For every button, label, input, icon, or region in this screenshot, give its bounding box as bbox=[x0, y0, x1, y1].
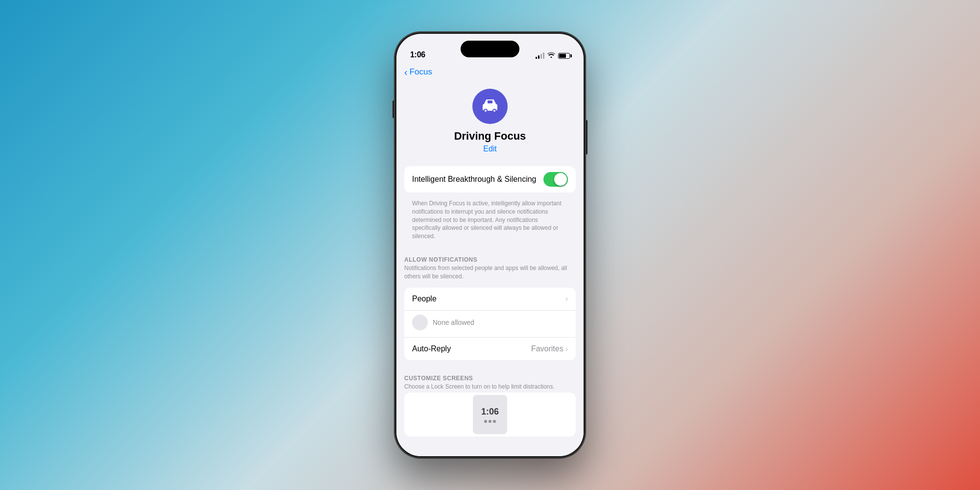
allow-notifications-subtitle: Notifications from selected people and a… bbox=[404, 264, 576, 281]
allow-notifications-header: ALLOW NOTIFICATIONS Notifications from s… bbox=[396, 246, 584, 283]
auto-reply-value-text: Favorites bbox=[531, 344, 564, 353]
back-button[interactable]: ‹ Focus bbox=[404, 67, 432, 77]
status-time: 1:06 bbox=[410, 50, 425, 59]
wifi-icon bbox=[547, 52, 555, 59]
svg-point-4 bbox=[493, 110, 495, 112]
lock-screen-preview-card: 1:06 bbox=[473, 395, 507, 434]
phone-device: 1:06 bbox=[394, 32, 586, 458]
signal-icon bbox=[536, 53, 544, 59]
back-chevron-icon: ‹ bbox=[404, 67, 408, 77]
lock-screen-preview[interactable]: 1:06 bbox=[404, 392, 576, 437]
svg-point-3 bbox=[485, 110, 487, 112]
none-allowed-text: None allowed bbox=[433, 318, 474, 326]
battery-icon bbox=[558, 53, 570, 59]
preview-dot-1 bbox=[484, 420, 487, 423]
preview-time: 1:06 bbox=[481, 407, 499, 417]
people-label: People bbox=[412, 294, 437, 303]
allow-notifications-title: ALLOW NOTIFICATIONS bbox=[404, 256, 576, 263]
people-card: People › None allowed Auto-Reply Favorit… bbox=[404, 288, 576, 360]
phone-outer-shell: 1:06 bbox=[394, 32, 586, 458]
preview-dots bbox=[484, 420, 496, 423]
toggle-label: Intelligent Breakthrough & Silencing bbox=[412, 175, 537, 184]
focus-title: Driving Focus bbox=[454, 130, 526, 143]
dynamic-island bbox=[461, 41, 519, 57]
people-row[interactable]: People › bbox=[404, 288, 576, 311]
focus-icon-circle bbox=[472, 89, 508, 124]
status-icons bbox=[536, 52, 570, 59]
intelligent-card: Intelligent Breakthrough & Silencing bbox=[404, 166, 576, 193]
auto-reply-label: Auto-Reply bbox=[412, 344, 451, 353]
back-label: Focus bbox=[410, 67, 432, 77]
nav-bar: ‹ Focus bbox=[396, 63, 584, 79]
preview-dot-3 bbox=[493, 420, 496, 423]
auto-reply-chevron-icon: › bbox=[565, 344, 568, 353]
customize-screens-subtitle: Choose a Lock Screen to turn on to help … bbox=[404, 383, 576, 391]
customize-screens-header: CUSTOMIZE SCREENS Choose a Lock Screen t… bbox=[396, 365, 584, 393]
auto-reply-row[interactable]: Auto-Reply Favorites › bbox=[404, 337, 576, 360]
car-icon bbox=[480, 96, 500, 117]
toggle-row: Intelligent Breakthrough & Silencing bbox=[404, 166, 576, 193]
svg-rect-5 bbox=[488, 100, 492, 103]
none-allowed-row: None allowed bbox=[404, 311, 576, 337]
focus-header: Driving Focus Edit bbox=[396, 79, 584, 161]
intelligent-toggle[interactable] bbox=[543, 172, 568, 187]
edit-button[interactable]: Edit bbox=[483, 145, 497, 153]
toggle-knob bbox=[554, 173, 567, 186]
customize-screens-title: CUSTOMIZE SCREENS bbox=[404, 375, 576, 382]
auto-reply-value-container: Favorites › bbox=[531, 344, 568, 353]
people-chevron-icon: › bbox=[565, 294, 568, 303]
screen-content[interactable]: ‹ Focus bbox=[396, 63, 584, 456]
phone-screen: 1:06 bbox=[396, 34, 584, 456]
preview-dot-2 bbox=[489, 420, 491, 423]
toggle-description: When Driving Focus is active, intelligen… bbox=[404, 197, 576, 246]
avatar-placeholder bbox=[412, 315, 428, 330]
